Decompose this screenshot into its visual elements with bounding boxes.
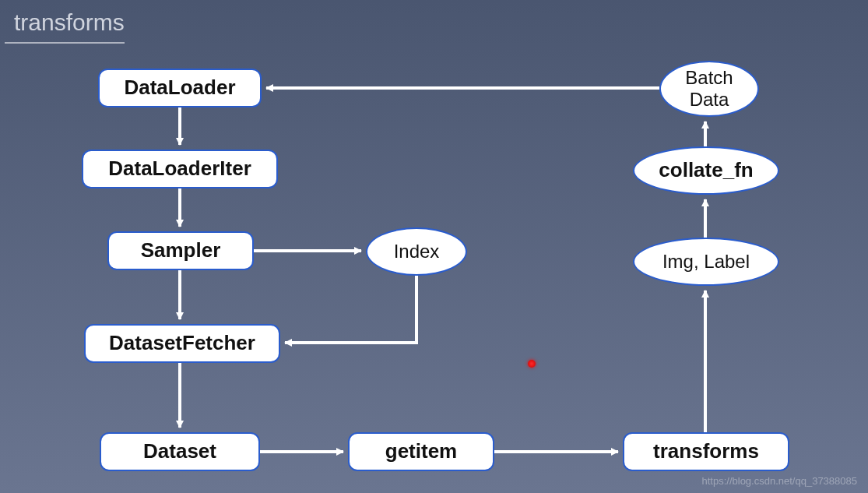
laser-pointer-dot bbox=[528, 360, 536, 368]
node-index: Index bbox=[366, 227, 467, 276]
page-title: transforms bbox=[14, 9, 125, 36]
watermark: https://blog.csdn.net/qq_37388085 bbox=[702, 475, 858, 487]
node-transforms: transforms bbox=[623, 432, 789, 471]
node-collate-fn: collate_fn bbox=[633, 146, 779, 195]
node-sampler: Sampler bbox=[107, 231, 254, 270]
node-imglabel: Img, Label bbox=[633, 238, 779, 286]
node-getitem: getitem bbox=[348, 432, 494, 471]
node-dataset: Dataset bbox=[100, 432, 260, 471]
title-underline bbox=[5, 42, 125, 44]
node-datasetfetcher: DatasetFetcher bbox=[84, 324, 280, 363]
node-dataloaderiter: DataLoaderIter bbox=[82, 150, 278, 188]
node-batchdata: Batch Data bbox=[659, 61, 759, 117]
node-dataloader: DataLoader bbox=[98, 69, 262, 107]
